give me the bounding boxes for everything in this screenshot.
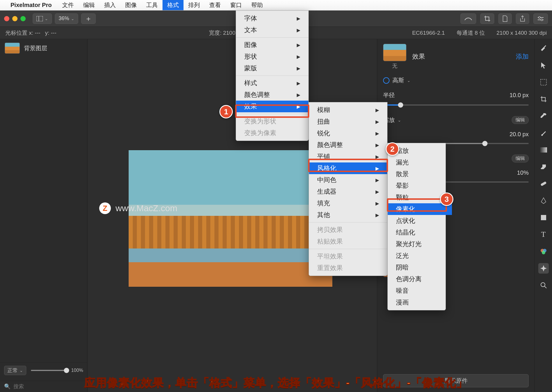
stylize-pixelate[interactable]: 像素化 [388,203,452,215]
menu-item-mask[interactable]: 蒙版▶ [236,62,308,74]
tool-zoom[interactable] [538,280,549,290]
stylize-bloom[interactable]: 泛光 [388,250,452,262]
submenu-distort[interactable]: 扭曲▶ [309,116,387,127]
edit-pill-button-2[interactable]: 编辑 [512,155,529,162]
text-icon: T [541,230,546,239]
tool-eyedropper[interactable] [538,111,549,121]
submenu-fill[interactable]: 填充▶ [309,197,387,209]
settings-button[interactable] [533,13,548,24]
stylize-posterize[interactable]: 色调分离 [388,273,452,285]
menu-help[interactable]: 帮助 [247,0,268,10]
menu-insert[interactable]: 插入 [99,0,120,10]
stylize-gloom[interactable]: 阴暗 [388,262,452,273]
menu-item-image[interactable]: 图像▶ [236,39,308,51]
blend-mode-button[interactable]: 正常⌄ [4,366,26,375]
opacity-slider[interactable] [31,370,67,371]
tool-color[interactable] [538,246,549,257]
menu-item-convert-shape: 变换为形状 [236,116,308,127]
tool-shape[interactable] [538,212,549,223]
stylize-pointillize[interactable]: 点状化 [388,215,452,227]
submenu-color-adjust[interactable]: 颜色调整▶ [309,139,387,151]
submenu-generator[interactable]: 生成器▶ [309,186,387,197]
menu-file[interactable]: 文件 [57,0,78,10]
menu-tools[interactable]: 工具 [142,0,163,10]
stylize-bokeh[interactable]: 散景 [388,168,452,180]
document-canvas[interactable] [128,150,333,287]
crop-button[interactable] [480,13,494,24]
bandage-icon [540,180,547,187]
close-button[interactable] [4,16,9,21]
tool-pen[interactable] [538,195,549,206]
stylize-vignette[interactable]: 晕影 [388,180,452,192]
tool-marquee[interactable] [538,77,549,88]
svg-point-2 [539,17,540,18]
layers-panel: 背景图层 正常⌄ 100% 🔍 [0,39,88,392]
menu-item-font[interactable]: 字体▶ [236,13,308,24]
submenu-tile[interactable]: 平铺▶ [309,151,387,162]
menu-window[interactable]: 窗口 [226,0,247,10]
radius-label: 半径 [383,91,395,99]
chevron-down-icon: ⌄ [45,16,48,21]
toggle-ring-icon[interactable] [383,77,389,84]
submenu-reset: 重置效果 [309,262,387,274]
export-button[interactable] [498,13,512,24]
stylize-light-leak[interactable]: 漏光 [388,157,452,168]
layer-row[interactable]: 背景图层 [0,39,87,57]
watermark: Z www.MacZ.com [99,202,177,214]
stylize-crystallize[interactable]: 结晶化 [388,227,452,238]
menu-arrange[interactable]: 排列 [184,0,205,10]
submenu-other[interactable]: 其他▶ [309,209,387,221]
retouch-button[interactable] [460,13,476,24]
menu-item-style[interactable]: 样式▶ [236,77,308,89]
gradient-icon [540,147,547,153]
zoom-button[interactable] [20,16,26,21]
opacity-value: 100% [71,368,83,373]
radius-slider[interactable] [383,104,529,106]
tool-effects[interactable] [538,263,549,274]
tool-strip: T [534,39,552,392]
menu-view[interactable]: 查看 [205,0,226,10]
menu-format[interactable]: 格式 [163,0,184,10]
menu-edit[interactable]: 编辑 [78,0,99,10]
menu-item-text[interactable]: 文本▶ [236,24,308,36]
stylize-spotlight[interactable]: 聚光灯光 [388,238,452,250]
color-profile: EC61966-2.1 [412,30,445,36]
minimize-button[interactable] [12,16,18,21]
submenu-stylize[interactable]: 风格化▶ [309,162,387,174]
effect-value-3: 10% [517,169,529,176]
menu-item-color-adjust[interactable]: 颜色调整▶ [236,89,308,101]
chevron-down-icon: ⌄ [407,78,410,83]
tool-gradient[interactable] [538,145,549,155]
callout-2: 2 [386,142,399,156]
submenu-halftone[interactable]: 中间色▶ [309,174,387,186]
add-effect-button[interactable]: 添加 [516,52,529,61]
callout-1: 1 [219,105,233,118]
tool-arrow[interactable] [538,60,549,71]
stylize-noise[interactable]: 噪音 [388,285,452,297]
tool-style[interactable] [538,43,549,54]
share-button[interactable] [516,13,529,24]
tool-heal[interactable] [538,178,549,189]
stylize-comic[interactable]: 漫画 [388,297,452,308]
submenu-sharpen[interactable]: 锐化▶ [309,127,387,139]
layer-thumb [5,43,20,54]
menu-item-effects[interactable]: 效果▶ [236,101,308,112]
menu-image[interactable]: 图像 [120,0,142,10]
inspector-none-label: 无 [392,62,397,69]
tool-crop[interactable] [538,94,549,104]
tool-text[interactable]: T [538,229,549,240]
menu-item-shape[interactable]: 形状▶ [236,51,308,62]
app-name[interactable]: Pixelmator Pro [11,2,52,8]
effect-gaussian-row[interactable]: 高斯⌄ [383,76,529,84]
edit-pill-button[interactable]: 编辑 [512,116,529,124]
submenu-blur[interactable]: 模糊▶ [309,104,387,116]
add-button[interactable]: ＋ [81,13,96,24]
sidebar-icon [36,16,43,21]
sidebar-toggle-button[interactable]: ⌄ [33,13,52,24]
submenu-flatten: 平坦效果 [309,251,387,262]
zoom-level-button[interactable]: 36% ⌄ [55,13,78,24]
document-icon [502,15,508,22]
tool-eraser[interactable] [538,162,549,172]
tool-brush[interactable] [538,128,549,138]
submenu-copy-effects: 拷贝效果 [309,224,387,236]
